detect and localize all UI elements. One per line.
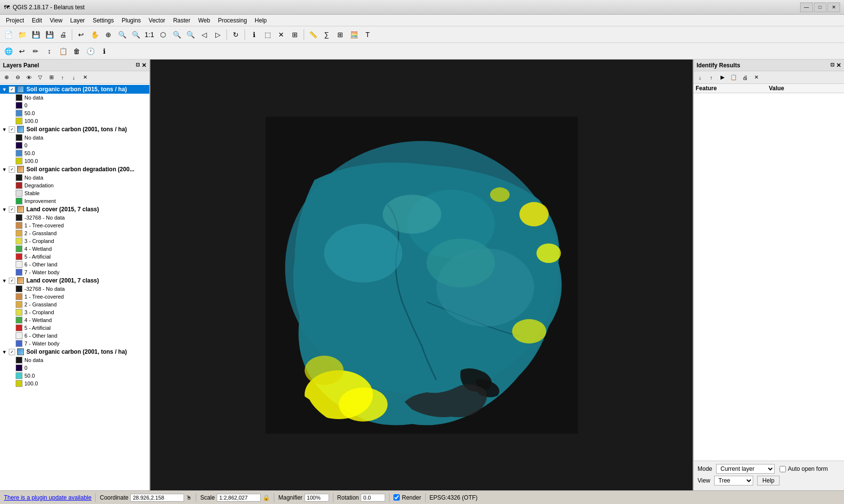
menu-raster[interactable]: Raster <box>169 16 194 25</box>
auto-open-checkbox[interactable] <box>780 466 786 472</box>
edit-button[interactable]: ✏ <box>29 45 42 58</box>
delete-button[interactable]: 🗑 <box>70 45 83 58</box>
layer-row-soil-2001[interactable]: ▼ Soil organic carbon (2001, tons / ha) <box>0 125 149 134</box>
zoom-out-button[interactable]: 🔍 <box>129 28 142 41</box>
view-select[interactable]: Tree <box>714 476 753 485</box>
pan-map-button[interactable]: ⊕ <box>102 28 115 41</box>
add-feature-button[interactable]: 📋 <box>57 45 69 58</box>
identify-close-button[interactable]: ✕ <box>836 62 841 69</box>
layer-checkbox-2[interactable] <box>9 126 15 133</box>
layer-row-degradation[interactable]: ▼ Soil organic carbon degradation (200..… <box>0 165 149 174</box>
zoom-layer-button[interactable]: 🔍 <box>170 28 183 41</box>
layer-up-button[interactable]: ↑ <box>57 72 68 83</box>
help-button[interactable]: Help <box>757 476 780 485</box>
menu-web[interactable]: Web <box>194 16 214 25</box>
save-as-button[interactable]: 💾 <box>43 28 56 41</box>
legend-swatch-2-1 <box>16 142 22 149</box>
identify-collapse-button[interactable]: ↑ <box>706 72 717 83</box>
pan-next-button[interactable]: ▷ <box>211 28 224 41</box>
layer-remove2-button[interactable]: ✕ <box>80 72 90 83</box>
expand-icon-5[interactable]: ▼ <box>2 278 8 283</box>
close-button[interactable]: ✕ <box>827 2 840 12</box>
open-project-button[interactable]: 📁 <box>16 28 28 41</box>
digitize-button[interactable]: ↩ <box>16 45 28 58</box>
new-project-button[interactable]: 📄 <box>2 28 15 41</box>
zoom-in-button[interactable]: 🔍 <box>116 28 128 41</box>
scale-input[interactable] <box>217 494 261 502</box>
minimize-button[interactable]: — <box>800 2 813 12</box>
menu-layer[interactable]: Layer <box>66 16 89 25</box>
calculator-button[interactable]: 🧮 <box>348 28 360 41</box>
identify-button[interactable]: ℹ <box>247 28 260 41</box>
raster-button[interactable]: 🕐 <box>84 45 97 58</box>
layer-row-soil-2001b[interactable]: ▼ Soil organic carbon (2001, tons / ha) <box>0 347 149 356</box>
attribute-table-button[interactable]: ⊞ <box>334 28 347 41</box>
legend-row-1-2: 50.0 <box>0 109 149 117</box>
layer-group-button[interactable]: ⊞ <box>46 72 57 83</box>
text-button[interactable]: T <box>361 28 374 41</box>
identify-copy-button[interactable]: 📋 <box>728 72 739 83</box>
render-checkbox[interactable] <box>393 494 400 501</box>
layer-checkbox-4[interactable] <box>9 206 15 213</box>
identify-expand-button[interactable]: ↓ <box>695 72 705 83</box>
layer-stats-button[interactable]: ∑ <box>320 28 333 41</box>
identify-next-button[interactable]: ▶ <box>717 72 728 83</box>
plugin-update-link[interactable]: There is a plugin update available <box>4 494 91 501</box>
layer-filter-button[interactable]: ▽ <box>35 72 45 83</box>
menu-edit[interactable]: Edit <box>28 16 46 25</box>
expand-icon-1[interactable]: ▼ <box>2 87 8 92</box>
layer-visible-button[interactable]: 👁 <box>23 72 34 83</box>
rotation-input[interactable] <box>361 494 385 502</box>
menu-processing[interactable]: Processing <box>214 16 250 25</box>
coordinate-label: Coordinate <box>100 494 128 501</box>
legend-swatch-1-2 <box>16 110 22 117</box>
print-button[interactable]: 🖨 <box>57 28 69 41</box>
zoom-select-button[interactable]: 🔍 <box>184 28 197 41</box>
expand-icon-2[interactable]: ▼ <box>2 127 8 132</box>
save-project-button[interactable]: 💾 <box>29 28 42 41</box>
refresh-button[interactable]: ↻ <box>229 28 242 41</box>
select-button[interactable]: ⬚ <box>261 28 274 41</box>
move-button[interactable]: ↕ <box>43 45 56 58</box>
select-location-button[interactable]: ⊞ <box>288 28 301 41</box>
menu-help[interactable]: Help <box>251 16 271 25</box>
measure-button[interactable]: 📏 <box>307 28 319 41</box>
menu-settings[interactable]: Settings <box>89 16 118 25</box>
expand-icon-4[interactable]: ▼ <box>2 207 8 212</box>
zoom-full-button[interactable]: ⬡ <box>157 28 169 41</box>
layer-checkbox-6[interactable] <box>9 349 15 355</box>
deselect-button[interactable]: ✕ <box>275 28 288 41</box>
expand-icon-3[interactable]: ▼ <box>2 167 8 172</box>
expand-icon-6[interactable]: ▼ <box>2 349 8 355</box>
menu-view[interactable]: View <box>46 16 66 25</box>
layer-down-button[interactable]: ↓ <box>68 72 79 83</box>
layer-row-soil-2015[interactable]: ▼ Soil organic carbon (2015, tons / ha) <box>0 85 149 94</box>
layer-checkbox-5[interactable] <box>9 278 15 284</box>
menu-plugins[interactable]: Plugins <box>118 16 144 25</box>
pan-button[interactable]: ✋ <box>88 28 101 41</box>
identify-clear-button[interactable]: ✕ <box>751 72 762 83</box>
undo-button[interactable]: ↩ <box>75 28 87 41</box>
layer-row-landcover-2015[interactable]: ▼ Land cover (2015, 7 class) <box>0 205 149 214</box>
menu-project[interactable]: Project <box>2 16 28 25</box>
layer-add-button[interactable]: ⊕ <box>1 72 12 83</box>
map-area[interactable] <box>150 60 693 490</box>
pan-last-button[interactable]: ◁ <box>198 28 210 41</box>
legend-swatch-5-2 <box>16 301 22 308</box>
menu-vector[interactable]: Vector <box>145 16 169 25</box>
coordinate-input[interactable] <box>130 494 184 502</box>
panel-float-button[interactable]: ⊡ <box>136 62 140 69</box>
mode-select[interactable]: Current layer <box>716 464 775 474</box>
layer-remove-button[interactable]: ⊖ <box>12 72 23 83</box>
zoom-native-button[interactable]: 1:1 <box>143 28 156 41</box>
magnifier-input[interactable] <box>305 494 329 502</box>
layer-checkbox-1[interactable] <box>9 86 15 93</box>
identify-print-button[interactable]: 🖨 <box>740 72 750 83</box>
info-button[interactable]: ℹ <box>98 45 110 58</box>
layer-checkbox-3[interactable] <box>9 166 15 173</box>
panel-close-button[interactable]: ✕ <box>142 62 146 69</box>
layer-row-landcover-2001[interactable]: ▼ Land cover (2001, 7 class) <box>0 276 149 285</box>
maximize-button[interactable]: □ <box>814 2 826 12</box>
identify-float-button[interactable]: ⊡ <box>830 62 834 69</box>
add-layer-button[interactable]: 🌐 <box>2 45 15 58</box>
